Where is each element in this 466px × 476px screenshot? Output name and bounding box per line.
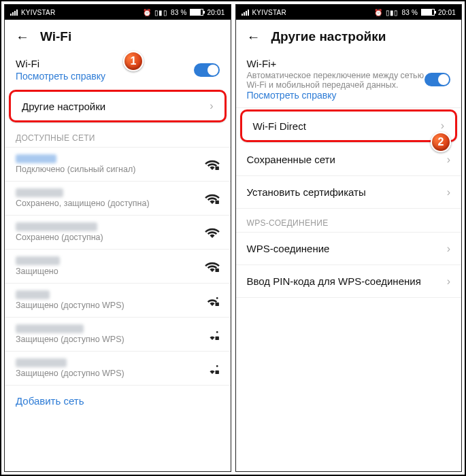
chevron-right-icon: › — [447, 186, 450, 199]
saved-networks-row[interactable]: Сохраненные сети › — [236, 143, 462, 176]
header: ← Wi-Fi — [5, 20, 231, 51]
page-title: Другие настройки — [271, 29, 386, 44]
svg-rect-4 — [215, 302, 218, 305]
vibrate-icon: ▯▮▯ — [386, 9, 399, 16]
wifi-lock-icon — [205, 294, 220, 307]
wifi-lock-icon — [205, 158, 220, 171]
network-row[interactable]: Защищено (доступно WPS) — [5, 284, 231, 318]
signal-icon — [242, 10, 249, 16]
phone-right: KYIVSTAR ⏰ ▯▮▯ 83 % 20:01 ← Другие настр… — [235, 4, 463, 472]
clock: 20:01 — [207, 9, 224, 16]
network-name-blurred — [16, 256, 60, 265]
wifi-lock-icon — [205, 362, 220, 375]
wifi-icon — [205, 226, 220, 239]
carrier-label: KYIVSTAR — [21, 9, 55, 16]
wifi-label: Wi-Fi — [16, 58, 194, 69]
saved-networks-label: Сохраненные сети — [247, 154, 335, 165]
install-certs-row[interactable]: Установить сертификаты › — [236, 176, 462, 209]
network-name-blurred — [16, 358, 67, 367]
alarm-icon: ⏰ — [374, 9, 382, 16]
wifi-lock-icon — [205, 192, 220, 205]
network-status: Сохранено, защищено (доступна) — [16, 199, 205, 208]
network-row[interactable]: Сохранено, защищено (доступна) — [5, 182, 231, 216]
section-wps: WPS-СОЕДИНЕНИЕ — [236, 209, 462, 233]
wifi-plus-toggle[interactable] — [425, 73, 450, 86]
wps-pin-label: Ввод PIN-кода для WPS-соединения — [247, 275, 421, 287]
vibrate-icon: ▯▮▯ — [154, 9, 167, 16]
more-settings-row[interactable]: Другие настройки › — [9, 90, 227, 122]
alarm-icon: ⏰ — [143, 9, 151, 16]
network-row[interactable]: Защищено (доступно WPS) — [5, 318, 231, 352]
wifi-toggle-row[interactable]: Wi-Fi Посмотреть справку 1 — [5, 51, 231, 88]
chevron-right-icon: › — [447, 275, 450, 288]
svg-rect-8 — [215, 370, 218, 373]
add-network-link[interactable]: Добавить сеть — [5, 386, 231, 416]
network-status: Подключено (сильный сигнал) — [16, 165, 205, 174]
wifi-lock-icon — [205, 328, 220, 341]
battery-icon — [190, 9, 203, 16]
wps-connection-row[interactable]: WPS-соединение › — [236, 233, 462, 265]
back-icon[interactable]: ← — [16, 30, 29, 44]
network-name-blurred — [16, 222, 97, 231]
network-status: Защищено (доступно WPS) — [16, 301, 205, 310]
wifi-help-link[interactable]: Посмотреть справку — [16, 71, 194, 82]
chevron-right-icon: › — [210, 100, 213, 112]
step-badge-1: 1 — [123, 51, 144, 71]
wifi-plus-help-link[interactable]: Посмотреть справку — [247, 90, 337, 101]
chevron-right-icon: › — [441, 120, 444, 132]
network-row[interactable]: Сохранено (доступна) — [5, 216, 231, 250]
network-row[interactable]: Защищено (доступно WPS) — [5, 352, 231, 386]
svg-rect-2 — [215, 268, 218, 271]
battery-percent: 83 % — [171, 9, 187, 16]
network-status: Защищено — [16, 267, 205, 276]
signal-icon — [10, 10, 18, 16]
network-status: Защищено (доступно WPS) — [16, 369, 205, 378]
network-name-blurred — [16, 290, 50, 299]
install-certs-label: Установить сертификаты — [247, 186, 366, 198]
battery-percent: 83 % — [401, 9, 418, 16]
section-available-networks: ДОСТУПНЫЕ СЕТИ — [5, 124, 231, 148]
status-bar: KYIVSTAR ⏰ ▯▮▯ 83 % 20:01 — [5, 5, 231, 20]
wifi-plus-desc: Автоматическое переключение между сетью … — [247, 71, 425, 101]
back-icon[interactable]: ← — [247, 30, 261, 44]
wifi-plus-label: Wi-Fi+ — [247, 58, 425, 69]
wifi-direct-label: Wi-Fi Direct — [253, 120, 306, 132]
battery-icon — [421, 9, 435, 16]
phone-left: KYIVSTAR ⏰ ▯▮▯ 83 % 20:01 ← Wi-Fi Wi-Fi … — [4, 4, 231, 472]
svg-point-7 — [216, 365, 218, 367]
network-name-blurred — [16, 324, 84, 333]
clock: 20:01 — [438, 9, 456, 16]
status-bar: KYIVSTAR ⏰ ▯▮▯ 83 % 20:01 — [236, 5, 462, 20]
network-row[interactable]: Подключено (сильный сигнал) — [5, 148, 231, 182]
chevron-right-icon: › — [447, 154, 450, 166]
wifi-direct-row[interactable]: Wi-Fi Direct › 2 — [240, 109, 458, 142]
chevron-right-icon: › — [447, 243, 450, 255]
wifi-plus-row[interactable]: Wi-Fi+ Автоматическое переключение между… — [236, 51, 462, 108]
wps-pin-row[interactable]: Ввод PIN-кода для WPS-соединения › — [236, 265, 462, 298]
svg-point-5 — [216, 331, 218, 333]
network-name-blurred — [16, 154, 56, 163]
network-name-blurred — [16, 188, 63, 197]
wifi-lock-icon — [205, 260, 220, 273]
page-title: Wi-Fi — [40, 29, 71, 44]
svg-rect-0 — [215, 166, 218, 169]
header: ← Другие настройки — [236, 20, 462, 51]
network-status: Сохранено (доступна) — [16, 233, 205, 242]
wifi-toggle[interactable] — [194, 63, 220, 77]
more-settings-label: Другие настройки — [22, 101, 105, 112]
step-badge-2: 2 — [431, 132, 451, 152]
network-row[interactable]: Защищено — [5, 250, 231, 284]
network-status: Защищено (доступно WPS) — [16, 335, 205, 344]
svg-rect-6 — [215, 336, 218, 339]
svg-rect-1 — [215, 200, 218, 203]
svg-point-3 — [216, 297, 218, 299]
carrier-label: KYIVSTAR — [252, 9, 286, 16]
wps-connection-label: WPS-соединение — [247, 243, 330, 254]
